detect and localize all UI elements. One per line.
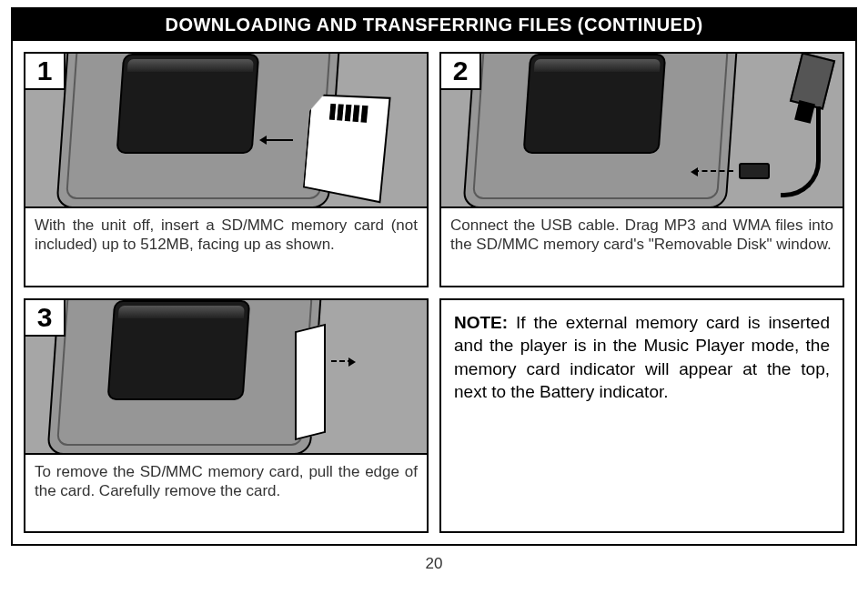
arrow-eject-icon	[331, 360, 353, 362]
step-caption-3: To remove the SD/MMC memory card, pull t…	[25, 455, 427, 532]
illustration-insert-sd	[25, 54, 427, 208]
step-number-2: 2	[441, 54, 481, 90]
illustration-remove-sd	[25, 300, 427, 455]
usb-mini-port-icon	[739, 163, 770, 179]
step-caption-1: With the unit off, insert a SD/MMC memor…	[25, 208, 427, 286]
note-text: If the external memory card is inserted …	[454, 313, 830, 402]
device-body	[56, 54, 340, 208]
arrow-connect-icon	[693, 170, 733, 172]
sd-card-ejecting-icon	[295, 323, 326, 439]
steps-grid: 1 With the unit off, insert a SD/MMC mem…	[13, 41, 855, 544]
usb-cable-icon	[770, 54, 835, 208]
note-label: NOTE:	[454, 313, 508, 332]
arrow-insert-icon	[262, 139, 293, 141]
device-screen	[107, 300, 251, 400]
step-caption-2: Connect the USB cable. Drag MP3 and WMA …	[441, 208, 843, 286]
device-body	[46, 300, 322, 455]
usb-plug-icon	[790, 54, 835, 110]
cable-line-icon	[781, 106, 821, 197]
illustration-connect-usb	[441, 54, 843, 208]
device-body	[462, 54, 738, 208]
step-number-3: 3	[25, 300, 66, 337]
note-panel: NOTE: If the external memory card is ins…	[439, 298, 844, 534]
device-screen	[523, 54, 667, 154]
step-panel-2: 2 Connect the USB cable. Drag MP3 and WM…	[439, 52, 844, 287]
step-number-1: 1	[25, 54, 66, 90]
page-number: 20	[0, 555, 868, 573]
sd-card-icon	[303, 94, 391, 203]
device-screen	[116, 54, 260, 154]
section-title: DOWNLOADING AND TRANSFERRING FILES (CONT…	[13, 9, 855, 41]
step-panel-3: 3 To remove the SD/MMC memory card, pull…	[24, 298, 429, 534]
step-panel-1: 1 With the unit off, insert a SD/MMC mem…	[24, 52, 429, 287]
manual-page: DOWNLOADING AND TRANSFERRING FILES (CONT…	[11, 7, 857, 546]
